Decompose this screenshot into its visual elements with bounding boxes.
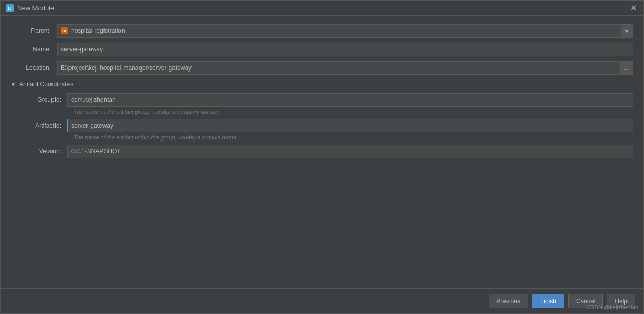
version-label: Version: (16, 148, 67, 155)
parent-dropdown-arrow[interactable]: ▼ (621, 24, 633, 38)
title-bar: IJ New Module ✕ (1, 1, 643, 16)
groupid-hint: The name of the artifact group, usually … (74, 109, 633, 115)
parent-value: hospital-registration (71, 27, 125, 34)
collapse-triangle-icon: ▼ (11, 82, 16, 88)
dialog-icon: IJ (6, 4, 14, 12)
new-module-dialog: IJ New Module ✕ Parent: m hospital-regis… (0, 0, 644, 314)
artifactid-row: ArtifactId: (16, 119, 633, 132)
parent-project-icon: m (61, 27, 68, 34)
parent-input[interactable]: m hospital-registration (57, 24, 633, 38)
browse-button[interactable]: … (621, 61, 633, 75)
parent-wrapper: m hospital-registration ▼ (57, 24, 633, 38)
artifact-section-title: Artifact Coordinates (19, 81, 73, 88)
groupid-row: GroupId: (16, 93, 633, 107)
dialog-footer: Previous Finish Cancel Help (1, 288, 643, 313)
title-bar-left: IJ New Module (6, 4, 54, 12)
dialog-content: Parent: m hospital-registration ▼ Name: … (1, 16, 643, 288)
artifactid-hint: The name of the artifact within the grou… (74, 134, 633, 141)
watermark: CSDN @kejizhentan (586, 304, 638, 310)
location-row: Location: … (11, 61, 633, 75)
finish-button[interactable]: Finish (532, 294, 564, 308)
version-row: Version: (16, 145, 633, 158)
location-label: Location: (11, 64, 57, 72)
dialog-title: New Module (17, 4, 54, 12)
name-label: Name: (11, 46, 57, 53)
groupid-label: GroupId: (16, 96, 67, 103)
artifactid-input[interactable] (67, 119, 633, 132)
location-wrapper: … (57, 61, 633, 75)
close-button[interactable]: ✕ (628, 3, 638, 13)
previous-button[interactable]: Previous (489, 294, 528, 308)
parent-row: Parent: m hospital-registration ▼ (11, 24, 633, 38)
groupid-input[interactable] (67, 93, 633, 107)
version-input[interactable] (67, 145, 633, 158)
artifact-section-header[interactable]: ▼ Artifact Coordinates (11, 81, 633, 88)
name-row: Name: (11, 43, 633, 56)
parent-label: Parent: (11, 27, 57, 34)
location-input[interactable] (57, 61, 621, 75)
name-input[interactable] (57, 43, 633, 56)
artifactid-label: ArtifactId: (16, 122, 67, 129)
artifact-content: GroupId: The name of the artifact group,… (11, 93, 633, 158)
